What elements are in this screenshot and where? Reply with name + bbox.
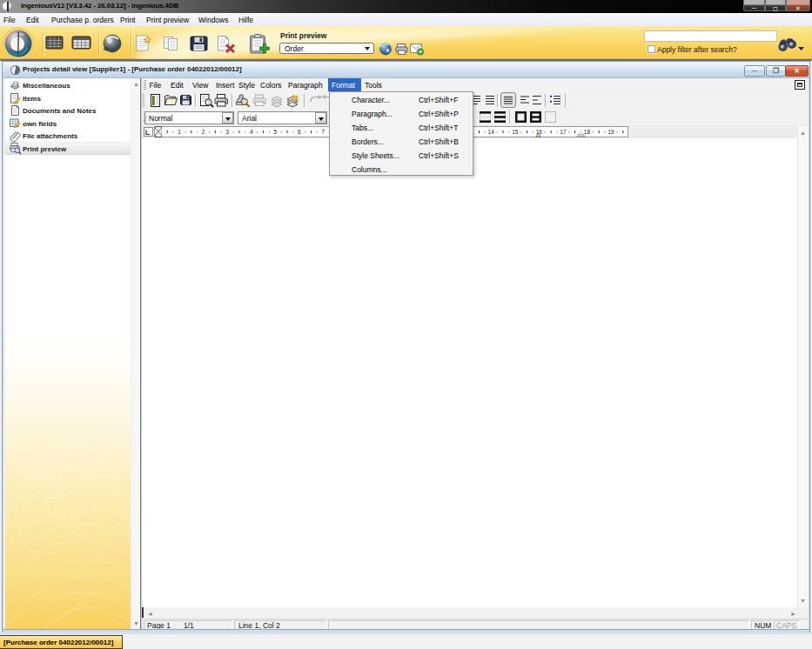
svg-text:4: 4 [250,129,253,135]
svg-text:16: 16 [536,129,543,135]
svg-text:15: 15 [512,129,519,135]
svg-text:2: 2 [202,129,205,135]
svg-text:6: 6 [298,129,301,135]
svg-text:17: 17 [560,129,567,135]
svg-text:3: 3 [225,129,229,135]
svg-text:19: 19 [607,129,614,135]
svg-text:14: 14 [488,129,495,135]
svg-text:7: 7 [321,129,325,135]
svg-text:1: 1 [178,129,181,135]
svg-text:18: 18 [584,129,591,135]
svg-text:5: 5 [273,129,277,135]
